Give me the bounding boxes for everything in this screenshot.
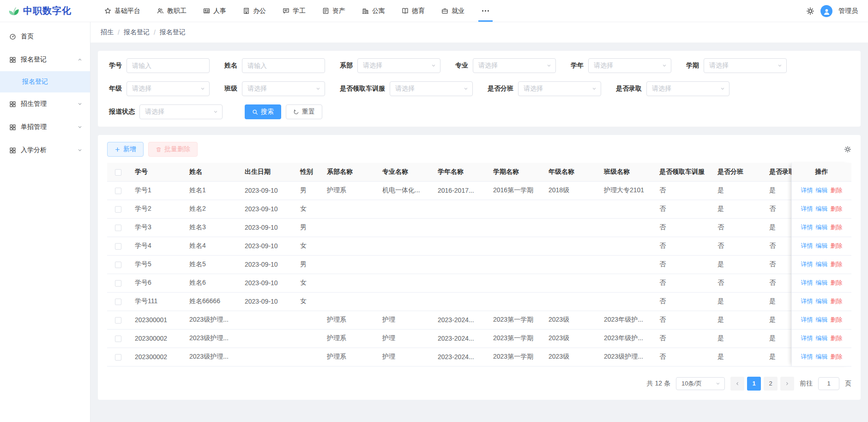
table-cell: 否	[764, 274, 791, 292]
nav-item-9[interactable]: 就业	[433, 0, 473, 22]
next-page-button[interactable]	[780, 377, 794, 391]
filter-select[interactable]: 请选择	[127, 81, 210, 96]
app-logo[interactable]: 中职数字化	[0, 5, 90, 17]
edit-link[interactable]: 编辑	[816, 353, 828, 360]
detail-link[interactable]: 详情	[801, 335, 813, 342]
gear-icon	[806, 7, 814, 15]
detail-link[interactable]: 详情	[801, 353, 813, 360]
filter-select[interactable]: 请选择	[390, 81, 473, 96]
edit-link[interactable]: 编辑	[816, 205, 828, 212]
breadcrumb-item[interactable]: 报名登记	[124, 28, 150, 37]
page-button-1[interactable]: 1	[747, 377, 761, 391]
nav-item-7[interactable]: 公寓	[354, 0, 393, 22]
detail-link[interactable]: 详情	[801, 187, 813, 194]
breadcrumb-item[interactable]: 招生	[101, 28, 114, 37]
sidebar-item-1[interactable]: 首页	[0, 25, 90, 48]
row-checkbox[interactable]	[115, 262, 121, 268]
row-checkbox[interactable]	[115, 280, 121, 287]
filter-text-input[interactable]	[132, 62, 204, 69]
edit-link[interactable]: 编辑	[816, 316, 828, 323]
avatar[interactable]	[820, 5, 832, 17]
select-all-checkbox[interactable]	[115, 169, 121, 176]
detail-link[interactable]: 详情	[801, 261, 813, 268]
nav-item-2[interactable]: 教职工	[149, 0, 195, 22]
detail-link[interactable]: 详情	[801, 316, 813, 323]
filter-select[interactable]: 请选择	[588, 58, 671, 73]
filter-select[interactable]: 请选择	[518, 81, 601, 96]
detail-link[interactable]: 详情	[801, 298, 813, 305]
delete-link[interactable]: 删除	[831, 316, 843, 323]
table-scroll-region[interactable]: 学号姓名出生日期性别系部名称专业名称学年名称学期名称年级名称班级名称是否领取车训…	[107, 163, 791, 367]
reset-button[interactable]: 重置	[286, 104, 322, 119]
sidebar-item-3[interactable]: 招生管理	[0, 92, 90, 116]
nav-item-3[interactable]: 人事	[195, 0, 235, 22]
prev-page-button[interactable]	[730, 377, 744, 391]
column-settings-button[interactable]	[844, 146, 851, 153]
delete-link[interactable]: 删除	[831, 242, 843, 249]
row-checkbox[interactable]	[115, 206, 121, 213]
edit-link[interactable]: 编辑	[816, 261, 828, 268]
table-row: 学号2姓名22023-09-10女否是否	[107, 200, 791, 218]
user-name[interactable]: 管理员	[838, 7, 858, 15]
chevron-down-icon	[213, 109, 218, 115]
add-button[interactable]: 新增	[107, 142, 144, 157]
detail-link[interactable]: 详情	[801, 279, 813, 286]
row-checkbox[interactable]	[115, 317, 121, 324]
detail-link[interactable]: 详情	[801, 242, 813, 249]
filter-text-input[interactable]	[247, 62, 319, 69]
filter-select[interactable]: 请选择	[139, 104, 223, 119]
delete-link[interactable]: 删除	[831, 224, 843, 231]
nav-item-more[interactable]	[473, 0, 498, 22]
add-button-label: 新增	[123, 145, 136, 153]
filter-select[interactable]: 请选择	[357, 58, 440, 73]
nav-item-6[interactable]: 资产	[314, 0, 354, 22]
edit-link[interactable]: 编辑	[816, 242, 828, 249]
nav-item-4[interactable]: 办公	[235, 0, 274, 22]
sidebar-item-4[interactable]: 单招管理	[0, 116, 90, 139]
row-checkbox[interactable]	[115, 336, 121, 342]
table-row: 2023000022023级护理...护理系护理2023-2024...2023…	[107, 348, 791, 366]
delete-link[interactable]: 删除	[831, 187, 843, 194]
edit-link[interactable]: 编辑	[816, 279, 828, 286]
goto-label: 前往	[800, 379, 813, 388]
filter-select[interactable]: 请选择	[704, 58, 787, 73]
row-checkbox[interactable]	[115, 188, 121, 194]
page-button-2[interactable]: 2	[764, 377, 778, 391]
table-cell: 2023级护理...	[184, 348, 239, 366]
edit-link[interactable]: 编辑	[816, 224, 828, 231]
sidebar-item-5[interactable]: 入学分析	[0, 139, 90, 162]
sidebar-subitem[interactable]: 报名登记	[0, 71, 90, 92]
row-checkbox[interactable]	[115, 225, 121, 231]
detail-link[interactable]: 详情	[801, 205, 813, 212]
row-checkbox[interactable]	[115, 354, 121, 361]
nav-item-8[interactable]: 德育	[393, 0, 433, 22]
edit-link[interactable]: 编辑	[816, 187, 828, 194]
row-checkbox[interactable]	[115, 243, 121, 250]
nav-item-1[interactable]: 基础平台	[96, 0, 149, 22]
edit-link[interactable]: 编辑	[816, 298, 828, 305]
filter-select[interactable]: 请选择	[473, 58, 556, 73]
search-button[interactable]: 搜索	[245, 104, 281, 119]
delete-link[interactable]: 删除	[831, 279, 843, 286]
edit-link[interactable]: 编辑	[816, 335, 828, 342]
delete-link[interactable]: 删除	[831, 205, 843, 212]
nav-item-5[interactable]: 学工	[274, 0, 314, 22]
delete-link[interactable]: 删除	[831, 298, 843, 305]
detail-link[interactable]: 详情	[801, 224, 813, 231]
delete-link[interactable]: 删除	[831, 353, 843, 360]
chevron-down-icon	[315, 86, 321, 92]
row-checkbox[interactable]	[115, 299, 121, 305]
filter-select[interactable]: 请选择	[646, 81, 729, 96]
sidebar-item-2[interactable]: 报名登记	[0, 48, 90, 71]
delete-link[interactable]: 删除	[831, 335, 843, 342]
goto-page-input[interactable]	[818, 377, 839, 390]
page-size-select[interactable]: 10条/页	[676, 377, 725, 390]
batch-delete-button[interactable]: 批量删除	[148, 142, 198, 157]
filter-select[interactable]: 请选择	[242, 81, 325, 96]
table-cell	[598, 255, 654, 274]
table-cell	[377, 292, 432, 311]
sidebar-item-label: 报名登记	[21, 55, 47, 64]
table-cell	[321, 274, 377, 292]
delete-link[interactable]: 删除	[831, 261, 843, 268]
navbar-settings-button[interactable]	[806, 7, 814, 15]
